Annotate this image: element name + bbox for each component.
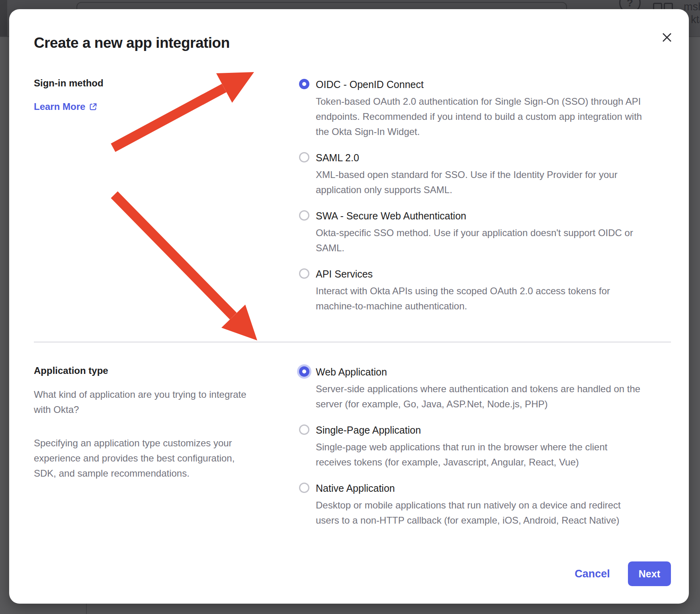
option-saml-label[interactable]: SAML 2.0 [316,151,642,165]
account-text-fragment: kta [691,14,700,26]
option-saml-description: XML-based open standard for SSO. Use if … [316,167,642,197]
radio-saml[interactable] [299,152,309,162]
account-text-fragment: msh [684,1,700,13]
option-oidc-description: Token-based OAuth 2.0 authentication for… [316,94,642,139]
dialog-footer: Cancel Next [575,561,671,586]
radio-single-page-application[interactable] [299,424,309,435]
application-type-options: Web Application Server-side applications… [299,365,671,528]
option-api-services-description: Interact with Okta APIs using the scoped… [316,284,642,314]
application-type-explanation: Specifying an application type customize… [34,436,259,481]
section-divider [34,342,671,342]
signin-method-left-column: Sign-in method Learn More [34,77,273,314]
option-native-application[interactable]: Native Application Desktop or mobile app… [299,481,671,528]
option-web-application-label[interactable]: Web Application [316,365,642,379]
learn-more-label: Learn More [34,101,85,112]
option-single-page-application[interactable]: Single-Page Application Single-page web … [299,423,671,470]
dimmed-background-line [86,604,87,614]
option-oidc-label[interactable]: OIDC - OpenID Connect [316,77,642,92]
option-swa[interactable]: SWA - Secure Web Authentication Okta-spe… [299,209,671,256]
application-type-section: Application type What kind of applicatio… [34,365,671,528]
option-swa-description: Okta-specific SSO method. Use if your ap… [316,225,642,256]
external-link-icon [89,102,98,111]
learn-more-link[interactable]: Learn More [34,101,98,112]
close-icon-glyph [662,32,672,43]
create-app-integration-dialog: Create a new app integration Sign-in met… [9,9,689,604]
option-native-application-description: Desktop or mobile applications that run … [316,498,642,528]
signin-method-options: OIDC - OpenID Connect Token-based OAuth … [299,77,671,314]
signin-method-label: Sign-in method [34,77,273,89]
cancel-button[interactable]: Cancel [575,568,610,580]
option-single-page-application-label[interactable]: Single-Page Application [316,423,642,438]
application-type-left-column: Application type What kind of applicatio… [34,365,273,528]
option-swa-label[interactable]: SWA - Secure Web Authentication [316,209,642,223]
application-type-label: Application type [34,365,273,377]
radio-oidc-selected[interactable] [299,79,309,89]
option-saml[interactable]: SAML 2.0 XML-based open standard for SSO… [299,151,671,197]
application-type-question: What kind of application are you trying … [34,387,259,417]
signin-method-section: Sign-in method Learn More OIDC - OpenID … [34,77,671,314]
option-api-services[interactable]: API Services Interact with Okta APIs usi… [299,267,671,314]
dialog-title: Create a new app integration [34,34,671,52]
radio-native-application[interactable] [299,483,309,493]
option-single-page-application-description: Single-page web applications that run in… [316,440,642,470]
dimmed-background-sidebar-edge [0,0,7,36]
option-web-application-description: Server-side applications where authentic… [316,381,642,412]
radio-web-application-selected[interactable] [299,366,309,377]
close-icon[interactable] [661,31,673,43]
option-native-application-label[interactable]: Native Application [316,481,642,496]
radio-swa[interactable] [299,210,309,221]
radio-api-services[interactable] [299,268,309,279]
option-web-application[interactable]: Web Application Server-side applications… [299,365,671,412]
option-api-services-label[interactable]: API Services [316,267,642,282]
next-button[interactable]: Next [628,561,671,586]
option-oidc[interactable]: OIDC - OpenID Connect Token-based OAuth … [299,77,671,139]
